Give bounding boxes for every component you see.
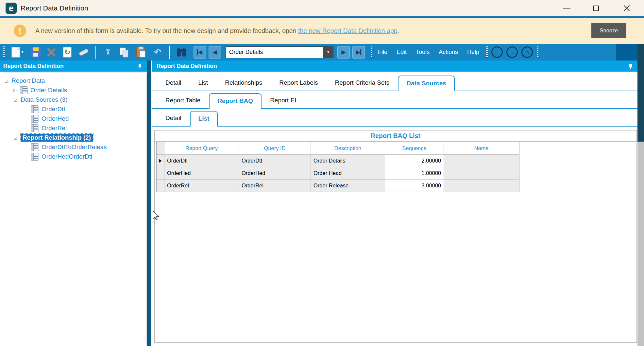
undo-button[interactable]: ↶ — [150, 46, 165, 59]
clear-button[interactable] — [76, 46, 91, 59]
pin-icon[interactable] — [137, 63, 143, 69]
tree-node-label[interactable]: OrderDtlToOrderReleas — [42, 144, 107, 151]
grid-cell[interactable] — [444, 167, 519, 180]
row-selector[interactable] — [157, 180, 164, 192]
tree-node-label-selected[interactable]: Report Relationship (2) — [21, 134, 93, 142]
paste-button[interactable] — [133, 46, 148, 59]
tab-baq-detail[interactable]: Detail — [157, 114, 190, 126]
back-button[interactable]: ← — [491, 46, 503, 58]
column-header-report-query[interactable]: Report Query — [164, 142, 239, 155]
menu-tools[interactable]: Tools — [412, 46, 433, 58]
tree-node-orderdtltoorderreleas[interactable]: OrderDtlToOrderReleas — [2, 142, 146, 152]
undo-icon: ↶ — [154, 47, 161, 58]
row-selector[interactable] — [157, 167, 164, 180]
close-button[interactable] — [619, 1, 634, 15]
grid-cell[interactable]: Order Release — [311, 180, 385, 192]
record-selector-combo[interactable]: Order Details ▼ — [226, 46, 333, 58]
new-dropdown-caret-icon[interactable]: ▼ — [21, 50, 24, 54]
pin-icon[interactable] — [628, 63, 633, 69]
last-record-button[interactable]: ▶ — [352, 46, 365, 59]
grid-cell[interactable]: OrderDtl — [164, 155, 239, 167]
new-button[interactable]: ▼ — [8, 46, 27, 59]
toolbar-grip[interactable] — [486, 46, 488, 58]
menu-help[interactable]: Help — [464, 46, 483, 58]
grid-cell[interactable] — [444, 180, 519, 192]
tab-report-table[interactable]: Report Table — [157, 97, 209, 108]
grid-cell[interactable]: OrderHed — [239, 167, 311, 180]
tab-strip-level3: Detail List — [152, 109, 637, 127]
tree-node-label[interactable]: OrderHedOrderDtl — [42, 153, 92, 160]
tree-node-label[interactable]: Report Data — [11, 77, 45, 84]
tab-baq-list[interactable]: List — [190, 111, 218, 127]
tab-data-sources[interactable]: Data Sources — [398, 76, 454, 91]
tree-node-label[interactable]: Order Details — [30, 87, 67, 94]
menu-edit[interactable]: Edit — [393, 46, 410, 58]
expander-open-icon[interactable]: ◿ — [14, 97, 21, 102]
new-app-link[interactable]: the new Report Data Definition app — [298, 27, 398, 34]
datasource-icon — [20, 86, 28, 94]
minimize-button[interactable] — [559, 1, 574, 15]
menu-actions[interactable]: Actions — [435, 46, 462, 58]
tree-node-report-relationship[interactable]: ◿ Report Relationship (2) — [2, 133, 146, 142]
tab-report-labels[interactable]: Report Labels — [271, 79, 326, 91]
delete-button[interactable] — [44, 46, 58, 59]
refresh-button[interactable]: ↻ — [60, 46, 75, 59]
tree-node-report-data[interactable]: ◿ Report Data — [2, 76, 146, 85]
snooze-button[interactable]: Snooze — [591, 23, 626, 38]
tab-report-baq[interactable]: Report BAQ — [209, 93, 262, 109]
tree-node-label[interactable]: Data Sources (3) — [21, 96, 68, 103]
first-record-button[interactable]: ◀ — [194, 46, 206, 59]
current-row-marker-icon — [159, 159, 162, 163]
banner-message: A new version of this form is available.… — [35, 27, 399, 35]
next-record-button[interactable]: ▶ — [337, 46, 350, 59]
combo-dropdown-button[interactable]: ▼ — [323, 47, 333, 58]
row-selector[interactable] — [157, 155, 164, 167]
record-selector-value[interactable]: Order Details — [226, 47, 323, 58]
menu-file[interactable]: File — [374, 46, 391, 58]
tree-node-orderdtl[interactable]: OrderDtl — [2, 104, 146, 114]
tree-node-orderhed[interactable]: OrderHed — [2, 114, 146, 123]
grid-cell[interactable]: 3.00000 — [385, 180, 444, 192]
grid-cell[interactable]: 2.00000 — [385, 155, 444, 167]
grid-cell[interactable] — [444, 155, 519, 167]
copy-button[interactable] — [117, 46, 131, 59]
toolbar-grip[interactable] — [371, 46, 372, 58]
grid-cell[interactable]: OrderHed — [164, 167, 239, 180]
tree-node-order-details[interactable]: ▷ Order Details — [2, 85, 146, 95]
column-header-name[interactable]: Name — [444, 142, 519, 155]
panel-splitter[interactable] — [147, 61, 151, 346]
tree-node-orderhedorderdtl[interactable]: OrderHedOrderDtl — [2, 152, 146, 161]
column-header-sequence[interactable]: Sequence — [385, 142, 444, 155]
previous-record-button[interactable]: ◀ — [209, 46, 221, 59]
tree-node-label[interactable]: OrderRel — [42, 125, 67, 132]
grid-cell[interactable]: OrderRel — [164, 180, 239, 192]
tab-report-criteria-sets[interactable]: Report Criteria Sets — [327, 79, 398, 91]
toolbar-grip[interactable] — [537, 46, 538, 58]
tab-relationships[interactable]: Relationships — [216, 79, 271, 91]
expander-open-icon[interactable]: ◿ — [14, 135, 21, 140]
tab-detail[interactable]: Detail — [157, 79, 190, 91]
grid-corner-cell — [157, 142, 164, 155]
tree-node-orderrel[interactable]: OrderRel — [2, 123, 146, 133]
tree-node-label[interactable]: OrderHed — [42, 115, 69, 122]
forward-button[interactable]: → — [506, 46, 518, 58]
tab-list[interactable]: List — [190, 79, 217, 91]
search-button[interactable] — [174, 46, 189, 59]
grid-cell[interactable]: Order Head — [311, 167, 385, 180]
tree-node-data-sources[interactable]: ◿ Data Sources (3) — [2, 95, 146, 104]
cut-button[interactable]: ✂ — [101, 46, 115, 59]
tab-report-ei[interactable]: Report EI — [262, 97, 305, 108]
tree-node-label[interactable]: OrderDtl — [42, 106, 65, 113]
grid-cell[interactable]: Order Details — [311, 155, 385, 167]
column-header-description[interactable]: Description — [311, 142, 385, 155]
grid-cell[interactable]: OrderRel — [239, 180, 311, 192]
column-header-query-id[interactable]: Query ID — [239, 142, 311, 155]
save-button[interactable] — [28, 46, 43, 59]
maximize-button[interactable] — [588, 1, 603, 15]
grid-cell[interactable]: OrderDtl — [239, 155, 311, 167]
toolbar-grip[interactable] — [3, 46, 5, 58]
expander-closed-icon[interactable]: ▷ — [13, 88, 20, 93]
home-button[interactable]: ⌂ — [521, 46, 533, 58]
expander-open-icon[interactable]: ◿ — [5, 78, 11, 83]
grid-cell[interactable]: 1.00000 — [385, 167, 444, 180]
